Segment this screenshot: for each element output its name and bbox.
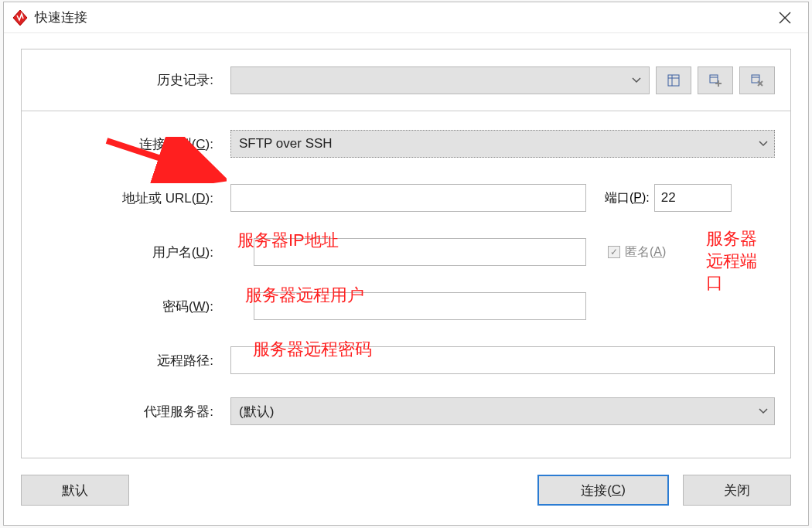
password-row: 密码(W): (22, 289, 775, 323)
port-input[interactable]: 22 (654, 184, 732, 212)
default-button[interactable]: 默认 (21, 475, 129, 506)
remote-path-input[interactable] (230, 346, 775, 374)
port-label: 端口(P): (605, 190, 650, 206)
chevron-down-icon (632, 74, 641, 86)
address-input[interactable] (230, 184, 586, 212)
dialog-content: 历史记录: (4, 33, 808, 525)
username-input[interactable] (254, 238, 586, 266)
history-label: 历史记录: (22, 71, 230, 89)
close-icon[interactable] (769, 2, 800, 33)
username-label: 用户名(U): (22, 244, 230, 261)
conn-type-row: 连接类型(C): SFTP over SSH (22, 127, 775, 161)
conn-type-value: SFTP over SSH (239, 136, 333, 152)
quick-connect-dialog: 快速连接 历史记录: (3, 2, 809, 526)
username-row: 用户名(U): ✓ 匿名(A) (22, 235, 775, 269)
history-row: 历史记录: (22, 49, 790, 111)
anonymous-checkbox[interactable]: ✓ 匿名(A) (608, 244, 666, 261)
address-row: 地址或 URL(D): 端口(P): 22 (22, 181, 775, 215)
close-button[interactable]: 关闭 (683, 475, 791, 506)
form-panel: 历史记录: (21, 49, 791, 458)
conn-type-label: 连接类型(C): (22, 135, 230, 153)
app-icon (12, 9, 29, 26)
svg-rect-3 (668, 75, 679, 86)
proxy-value: (默认) (239, 403, 274, 421)
remote-path-label: 远程路径: (22, 352, 230, 370)
window-title: 快速连接 (35, 9, 87, 26)
form-area: 连接类型(C): SFTP over SSH 地址或 URL(D): 端口(P)… (22, 111, 790, 444)
connect-button[interactable]: 连接(C) (537, 475, 669, 506)
chevron-down-icon (752, 131, 774, 157)
proxy-select[interactable]: (默认) (230, 397, 775, 425)
titlebar: 快速连接 (4, 2, 808, 33)
password-input[interactable] (254, 292, 586, 320)
address-label: 地址或 URL(D): (22, 189, 230, 207)
dialog-buttons: 默认 连接(C) 关闭 (21, 472, 791, 508)
history-edit-button[interactable] (656, 66, 691, 94)
chevron-down-icon (752, 398, 774, 424)
history-select[interactable] (230, 66, 650, 94)
proxy-label: 代理服务器: (22, 403, 230, 421)
history-add-button[interactable] (698, 66, 733, 94)
proxy-row: 代理服务器: (默认) (22, 394, 775, 428)
conn-type-select[interactable]: SFTP over SSH (230, 130, 775, 158)
checkbox-icon: ✓ (608, 246, 620, 258)
svg-rect-6 (710, 75, 718, 83)
password-label: 密码(W): (22, 298, 230, 315)
remote-path-row: 远程路径: (22, 343, 775, 377)
history-delete-button[interactable] (739, 66, 775, 94)
